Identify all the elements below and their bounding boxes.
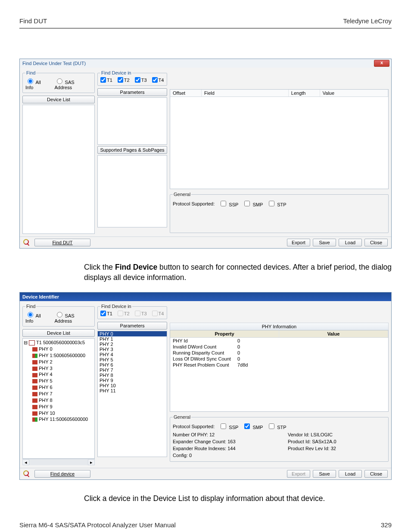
details-header: Offset Field Length Value xyxy=(170,90,388,97)
col-offset[interactable]: Offset xyxy=(170,90,202,96)
subpages-pane[interactable] xyxy=(97,155,167,227)
tree-item[interactable]: PHY 9 xyxy=(32,404,93,410)
phy-info-header: PHY Information xyxy=(170,323,389,330)
close-button[interactable]: Close xyxy=(364,470,388,478)
col-value[interactable]: Value xyxy=(320,90,388,96)
chk-t2: T2 xyxy=(118,311,130,316)
chk-stp[interactable]: STP xyxy=(267,422,286,430)
find-legend: Find xyxy=(25,70,36,75)
tree-item[interactable]: PHY 0 xyxy=(32,346,93,352)
table-row[interactable]: Running Disparity Count0 xyxy=(170,350,388,356)
export-button[interactable]: Export xyxy=(287,239,310,246)
save-button[interactable]: Save xyxy=(313,470,336,478)
close-button[interactable]: Close xyxy=(364,239,388,246)
table-row[interactable]: Invalid DWord Count0 xyxy=(170,344,388,350)
ftr-left: Sierra M6-4 SAS/SATA Protocol Analyzer U… xyxy=(19,521,176,529)
param-item[interactable]: PHY 0 xyxy=(98,331,167,336)
close-icon[interactable]: x xyxy=(374,60,389,67)
param-item[interactable]: PHY 7 xyxy=(98,367,167,373)
radio-all-info[interactable]: All Info xyxy=(25,311,50,324)
titlebar: Find Device Under Test (DUT) x xyxy=(20,59,391,68)
table-row[interactable]: PHY Id0 xyxy=(170,338,388,344)
param-item[interactable]: PHY 2 xyxy=(98,342,167,347)
tree-item[interactable]: PHY 3 xyxy=(32,365,93,372)
save-button[interactable]: Save xyxy=(313,239,336,246)
chk-stp[interactable]: STP xyxy=(267,199,286,208)
chk-t3: T3 xyxy=(135,311,147,316)
param-item[interactable]: PHY 5 xyxy=(98,357,167,362)
radio-all-info[interactable]: All Info xyxy=(25,77,50,90)
hdr-right: Teledyne LeCroy xyxy=(343,17,392,25)
load-button[interactable]: Load xyxy=(339,470,362,478)
param-item[interactable]: PHY 10 xyxy=(98,383,167,388)
parameters-button[interactable]: Parameters xyxy=(97,88,167,96)
tree-item[interactable]: PHY 4 xyxy=(32,371,93,378)
dialog-device-identifier: Device Identifier Find All Info SAS Addr… xyxy=(19,292,392,480)
param-item[interactable]: PHY 1 xyxy=(98,336,167,342)
magnifier-icon xyxy=(23,470,30,477)
chk-t2[interactable]: T2 xyxy=(118,77,130,83)
find-in-fieldset: Find Device in T1 T2 T3 T4 xyxy=(97,304,167,319)
chk-t1[interactable]: T1 xyxy=(100,77,112,83)
chk-t4[interactable]: T4 xyxy=(152,77,164,83)
radio-sas-address[interactable]: SAS Address xyxy=(55,77,92,90)
parameters-button[interactable]: Parameters xyxy=(97,322,167,330)
col-field[interactable]: Field xyxy=(202,90,289,96)
kv-row: Vendor Id: LSILOGIC xyxy=(288,431,386,438)
table-row[interactable]: PHY Reset Problem Count7d8d xyxy=(170,362,388,368)
find-in-fieldset: Find Device in T1 T2 T3 T4 xyxy=(97,70,167,86)
find-device-button[interactable]: Find device xyxy=(34,470,90,478)
chk-ssp[interactable]: SSP xyxy=(219,199,238,208)
footer-bar: Find device Export Save Load Close xyxy=(20,468,391,479)
tree-item[interactable]: PHY 5 xyxy=(32,378,93,384)
details-body[interactable] xyxy=(170,97,388,189)
find-legend: Find xyxy=(25,304,36,309)
tree-item[interactable]: PHY 8 xyxy=(32,397,93,404)
tree-item[interactable]: PHY 2 xyxy=(32,359,93,365)
param-item[interactable]: PHY 8 xyxy=(98,373,167,378)
subpages-button[interactable]: Supported Pages & SubPages xyxy=(97,146,167,154)
radio-sas-address[interactable]: SAS Address xyxy=(55,311,92,324)
proto-label: Protocol Supported: xyxy=(173,424,215,429)
tree-root[interactable]: ⊟ T1 50060560000003c5 xyxy=(24,339,93,346)
hdr-left: Find DUT xyxy=(19,17,47,25)
tree-item[interactable]: PHY 11:500605600000 xyxy=(32,416,93,423)
tree-item[interactable]: PHY 6 xyxy=(32,384,93,391)
device-list-button[interactable]: Device List xyxy=(22,329,95,337)
device-list-button[interactable]: Device List xyxy=(22,96,95,103)
general-legend: General xyxy=(173,192,191,197)
device-list-pane[interactable] xyxy=(22,105,95,234)
phy-info-rows[interactable]: PHY Id0Invalid DWord Count0Running Dispa… xyxy=(170,338,388,368)
titlebar: Device Identifier xyxy=(20,292,391,301)
tree-h-scrollbar[interactable]: ◂▸ xyxy=(22,459,95,465)
tree-item[interactable]: PHY 10 xyxy=(32,410,93,417)
device-list-tree[interactable]: ⊟ T1 50060560000003c5 PHY 0PHY 1:5006056… xyxy=(22,338,95,459)
dialog-find-dut: Find Device Under Test (DUT) x Find All … xyxy=(19,59,392,249)
param-item[interactable]: PHY 4 xyxy=(98,352,167,357)
find-dut-button[interactable]: Find DUT xyxy=(34,239,90,246)
param-item[interactable]: PHY 6 xyxy=(98,362,167,367)
kv-row: Product Id: SASx12A.0 xyxy=(288,438,386,445)
tree-item[interactable]: PHY 1:500605600000 xyxy=(32,352,93,359)
title-text: Device Identifier xyxy=(22,294,59,299)
tree-item[interactable]: PHY 7 xyxy=(32,391,93,397)
proto-label: Protocol Supported: xyxy=(173,201,215,206)
table-row[interactable]: Loss Of DWord Sync Count0 xyxy=(170,356,388,362)
col-length[interactable]: Length xyxy=(289,90,320,96)
kv-row: Expander Change Count: 163 xyxy=(173,438,271,445)
chk-smp[interactable]: SMP xyxy=(243,422,263,430)
param-item[interactable]: PHY 3 xyxy=(98,347,167,352)
chk-smp[interactable]: SMP xyxy=(243,199,263,208)
t-row-2: T1 T2 T3 T4 xyxy=(100,311,164,316)
load-button[interactable]: Load xyxy=(339,239,362,246)
parameters-list[interactable]: PHY 0PHY 1PHY 2PHY 3PHY 4PHY 5PHY 6PHY 7… xyxy=(97,331,167,457)
param-item[interactable]: PHY 11 xyxy=(98,388,167,393)
phy-info-table: Property Value PHY Id0Invalid DWord Coun… xyxy=(170,330,389,412)
chk-t3[interactable]: T3 xyxy=(135,77,147,83)
parameters-pane[interactable] xyxy=(97,97,167,145)
col-value[interactable]: Value xyxy=(279,330,388,337)
col-property[interactable]: Property xyxy=(170,330,279,337)
chk-ssp[interactable]: SSP xyxy=(219,422,238,430)
chk-t1[interactable]: T1 xyxy=(100,311,112,316)
param-item[interactable]: PHY 9 xyxy=(98,378,167,383)
